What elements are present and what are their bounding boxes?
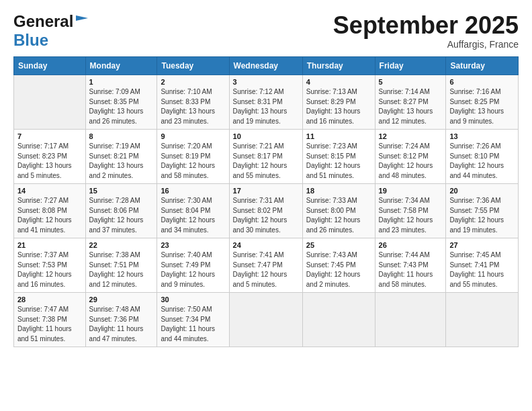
day-info: Sunrise: 7:13 AM Sunset: 8:29 PM Dayligh… bbox=[306, 87, 371, 126]
day-number: 10 bbox=[233, 132, 299, 140]
day-number: 9 bbox=[161, 132, 225, 140]
calendar-cell: 20Sunrise: 7:36 AM Sunset: 7:55 PM Dayli… bbox=[446, 184, 519, 238]
calendar-cell: 12Sunrise: 7:24 AM Sunset: 8:12 PM Dayli… bbox=[375, 130, 446, 184]
calendar-cell: 7Sunrise: 7:17 AM Sunset: 8:23 PM Daylig… bbox=[14, 130, 86, 184]
calendar-cell: 28Sunrise: 7:47 AM Sunset: 7:38 PM Dayli… bbox=[14, 293, 86, 347]
calendar-cell: 6Sunrise: 7:16 AM Sunset: 8:25 PM Daylig… bbox=[446, 75, 519, 130]
calendar-cell: 26Sunrise: 7:44 AM Sunset: 7:43 PM Dayli… bbox=[375, 238, 446, 293]
header-day-thursday: Thursday bbox=[302, 57, 375, 75]
day-info: Sunrise: 7:26 AM Sunset: 8:10 PM Dayligh… bbox=[449, 142, 515, 181]
calendar-cell: 23Sunrise: 7:40 AM Sunset: 7:49 PM Dayli… bbox=[157, 238, 229, 293]
day-info: Sunrise: 7:48 AM Sunset: 7:36 PM Dayligh… bbox=[89, 305, 154, 344]
day-number: 19 bbox=[379, 187, 443, 195]
day-number: 3 bbox=[233, 78, 299, 86]
calendar-cell: 3Sunrise: 7:12 AM Sunset: 8:31 PM Daylig… bbox=[229, 75, 302, 130]
day-number: 1 bbox=[89, 78, 154, 86]
calendar-cell: 25Sunrise: 7:43 AM Sunset: 7:45 PM Dayli… bbox=[302, 238, 375, 293]
calendar-cell: 14Sunrise: 7:27 AM Sunset: 8:08 PM Dayli… bbox=[14, 184, 86, 238]
day-number: 11 bbox=[306, 132, 371, 140]
day-number: 7 bbox=[17, 132, 82, 140]
day-number: 21 bbox=[17, 241, 82, 249]
day-number: 13 bbox=[449, 132, 515, 140]
calendar-table: SundayMondayTuesdayWednesdayThursdayFrid… bbox=[13, 56, 519, 347]
calendar-cell: 15Sunrise: 7:28 AM Sunset: 8:06 PM Dayli… bbox=[85, 184, 157, 238]
day-number: 12 bbox=[379, 132, 443, 140]
calendar-cell: 29Sunrise: 7:48 AM Sunset: 7:36 PM Dayli… bbox=[85, 293, 157, 347]
calendar-cell: 9Sunrise: 7:20 AM Sunset: 8:19 PM Daylig… bbox=[157, 130, 229, 184]
day-info: Sunrise: 7:47 AM Sunset: 7:38 PM Dayligh… bbox=[17, 305, 82, 344]
day-info: Sunrise: 7:41 AM Sunset: 7:47 PM Dayligh… bbox=[233, 250, 299, 289]
day-info: Sunrise: 7:30 AM Sunset: 8:04 PM Dayligh… bbox=[161, 196, 225, 235]
calendar-cell: 17Sunrise: 7:31 AM Sunset: 8:02 PM Dayli… bbox=[229, 184, 302, 238]
calendar-cell: 30Sunrise: 7:50 AM Sunset: 7:34 PM Dayli… bbox=[157, 293, 229, 347]
calendar-cell: 27Sunrise: 7:45 AM Sunset: 7:41 PM Dayli… bbox=[446, 238, 519, 293]
calendar-cell: 1Sunrise: 7:09 AM Sunset: 8:35 PM Daylig… bbox=[85, 75, 157, 130]
logo-blue-text: Blue bbox=[13, 31, 89, 50]
header-day-friday: Friday bbox=[375, 57, 446, 75]
day-number: 26 bbox=[379, 241, 443, 249]
day-number: 25 bbox=[306, 241, 371, 249]
day-info: Sunrise: 7:23 AM Sunset: 8:15 PM Dayligh… bbox=[306, 142, 371, 181]
header-day-sunday: Sunday bbox=[14, 57, 86, 75]
calendar-cell bbox=[14, 75, 86, 130]
day-info: Sunrise: 7:44 AM Sunset: 7:43 PM Dayligh… bbox=[379, 250, 443, 289]
day-info: Sunrise: 7:33 AM Sunset: 8:00 PM Dayligh… bbox=[306, 196, 371, 235]
day-number: 5 bbox=[379, 78, 443, 86]
month-title: September 2025 bbox=[333, 12, 519, 39]
calendar-cell: 10Sunrise: 7:21 AM Sunset: 8:17 PM Dayli… bbox=[229, 130, 302, 184]
calendar-cell: 22Sunrise: 7:38 AM Sunset: 7:51 PM Dayli… bbox=[85, 238, 157, 293]
day-info: Sunrise: 7:10 AM Sunset: 8:33 PM Dayligh… bbox=[161, 87, 225, 126]
header-day-saturday: Saturday bbox=[446, 57, 519, 75]
title-block: September 2025 Auffargis, France bbox=[333, 12, 519, 50]
day-number: 4 bbox=[306, 78, 371, 86]
calendar-cell: 16Sunrise: 7:30 AM Sunset: 8:04 PM Dayli… bbox=[157, 184, 229, 238]
day-number: 15 bbox=[89, 187, 154, 195]
day-info: Sunrise: 7:17 AM Sunset: 8:23 PM Dayligh… bbox=[17, 142, 82, 181]
day-info: Sunrise: 7:36 AM Sunset: 7:55 PM Dayligh… bbox=[449, 196, 515, 235]
calendar-cell bbox=[302, 293, 375, 347]
calendar-cell: 5Sunrise: 7:14 AM Sunset: 8:27 PM Daylig… bbox=[375, 75, 446, 130]
day-info: Sunrise: 7:21 AM Sunset: 8:17 PM Dayligh… bbox=[233, 142, 299, 181]
page: General Blue September 2025 Auffargis, F… bbox=[0, 0, 532, 354]
calendar-cell bbox=[229, 293, 302, 347]
logo-flag-icon bbox=[75, 14, 89, 26]
day-number: 29 bbox=[89, 295, 154, 304]
day-number: 28 bbox=[17, 295, 82, 304]
day-number: 6 bbox=[449, 78, 515, 86]
day-number: 18 bbox=[306, 187, 371, 195]
day-info: Sunrise: 7:43 AM Sunset: 7:45 PM Dayligh… bbox=[306, 250, 371, 289]
day-number: 27 bbox=[449, 241, 515, 249]
header: General Blue September 2025 Auffargis, F… bbox=[13, 12, 519, 50]
day-info: Sunrise: 7:50 AM Sunset: 7:34 PM Dayligh… bbox=[161, 305, 225, 344]
logo-general-text: General bbox=[13, 12, 73, 31]
day-number: 14 bbox=[17, 187, 82, 195]
day-number: 22 bbox=[89, 241, 154, 249]
calendar-cell bbox=[375, 293, 446, 347]
calendar-week-2: 7Sunrise: 7:17 AM Sunset: 8:23 PM Daylig… bbox=[14, 130, 519, 184]
day-info: Sunrise: 7:34 AM Sunset: 7:58 PM Dayligh… bbox=[379, 196, 443, 235]
location: Auffargis, France bbox=[333, 39, 519, 50]
day-number: 20 bbox=[449, 187, 515, 195]
day-info: Sunrise: 7:14 AM Sunset: 8:27 PM Dayligh… bbox=[379, 87, 443, 126]
day-number: 30 bbox=[161, 295, 225, 304]
logo: General Blue bbox=[13, 12, 89, 50]
day-info: Sunrise: 7:27 AM Sunset: 8:08 PM Dayligh… bbox=[17, 196, 82, 235]
calendar-header-row: SundayMondayTuesdayWednesdayThursdayFrid… bbox=[14, 57, 519, 75]
day-info: Sunrise: 7:16 AM Sunset: 8:25 PM Dayligh… bbox=[449, 87, 515, 126]
day-info: Sunrise: 7:45 AM Sunset: 7:41 PM Dayligh… bbox=[449, 250, 515, 289]
calendar-cell: 19Sunrise: 7:34 AM Sunset: 7:58 PM Dayli… bbox=[375, 184, 446, 238]
calendar-cell: 2Sunrise: 7:10 AM Sunset: 8:33 PM Daylig… bbox=[157, 75, 229, 130]
day-number: 17 bbox=[233, 187, 299, 195]
day-info: Sunrise: 7:09 AM Sunset: 8:35 PM Dayligh… bbox=[89, 87, 154, 126]
header-day-wednesday: Wednesday bbox=[229, 57, 302, 75]
day-info: Sunrise: 7:20 AM Sunset: 8:19 PM Dayligh… bbox=[161, 142, 225, 181]
day-info: Sunrise: 7:31 AM Sunset: 8:02 PM Dayligh… bbox=[233, 196, 299, 235]
day-number: 23 bbox=[161, 241, 225, 249]
calendar-cell: 18Sunrise: 7:33 AM Sunset: 8:00 PM Dayli… bbox=[302, 184, 375, 238]
calendar-cell: 11Sunrise: 7:23 AM Sunset: 8:15 PM Dayli… bbox=[302, 130, 375, 184]
day-number: 8 bbox=[89, 132, 154, 140]
calendar-cell: 24Sunrise: 7:41 AM Sunset: 7:47 PM Dayli… bbox=[229, 238, 302, 293]
day-info: Sunrise: 7:40 AM Sunset: 7:49 PM Dayligh… bbox=[161, 250, 225, 289]
day-info: Sunrise: 7:12 AM Sunset: 8:31 PM Dayligh… bbox=[233, 87, 299, 126]
day-info: Sunrise: 7:38 AM Sunset: 7:51 PM Dayligh… bbox=[89, 250, 154, 289]
